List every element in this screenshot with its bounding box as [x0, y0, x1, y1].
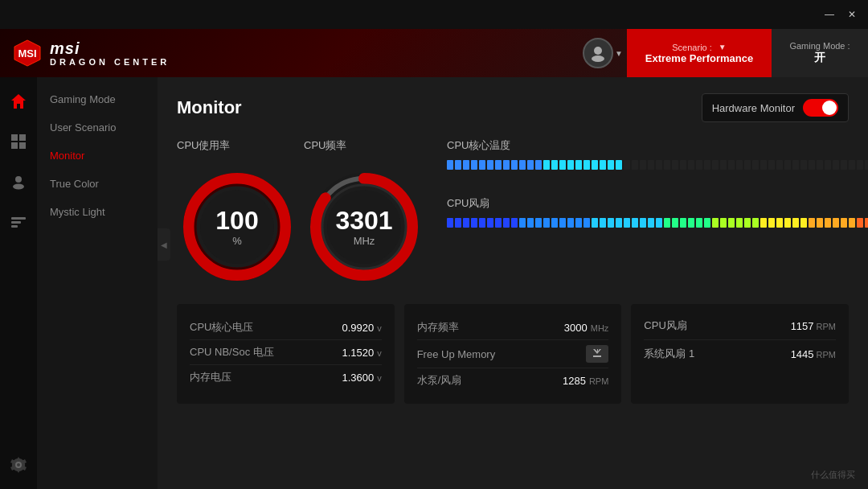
free-memory-label: Free Up Memory	[417, 348, 496, 360]
toggle-knob	[822, 101, 837, 115]
cpu-fan-label: CPU风扇	[447, 196, 868, 211]
sidebar-icon-grid[interactable]	[2, 125, 35, 158]
logo: MSI msi DRAGON CENTER	[0, 39, 170, 68]
sidebar-item-user-scenario[interactable]: User Scenario	[37, 113, 158, 142]
svg-rect-12	[11, 225, 18, 228]
svg-rect-7	[19, 142, 26, 149]
cpu-fan-rpm-label: CPU风扇	[644, 318, 686, 333]
toggle-switch[interactable]	[803, 99, 838, 117]
sidebar-icon-settings[interactable]	[2, 449, 35, 481]
watermark: 什么值得买	[811, 469, 855, 481]
svg-rect-11	[11, 221, 21, 224]
cpu-fan-wrap: CPU风扇 100%	[447, 196, 868, 228]
memory-voltage-value: 1.3600v	[342, 372, 381, 384]
svg-point-2	[594, 47, 602, 55]
memory-freq-item: 内存频率 3000MHz	[417, 315, 609, 340]
sidebar-item-mystic-light[interactable]: Mystic Light	[37, 198, 158, 226]
cpu-core-voltage-label: CPU核心电压	[190, 320, 253, 335]
svg-text:MSI: MSI	[18, 47, 36, 60]
cpu-temp-fan-section: CPU核心温度 36°c CPU风扇 100%	[431, 138, 868, 291]
cpu-freq-section: CPU频率 3301 MHz	[304, 138, 424, 291]
cpu-freq-unit: MHz	[335, 235, 392, 247]
cpu-usage-unit: %	[215, 235, 258, 247]
memory-freq-label: 内存频率	[417, 320, 459, 335]
svg-point-9	[13, 184, 24, 190]
sidebar-item-gaming-mode[interactable]: Gaming Mode	[37, 85, 158, 113]
sys-fan-rpm-item: 系统风扇 1 1445RPM	[644, 340, 836, 368]
scenario-value: Extreme Performance	[645, 52, 753, 64]
sidebar-icon-bar	[0, 77, 37, 489]
sys-fan-rpm-label: 系统风扇 1	[644, 347, 694, 361]
msi-logo-icon: MSI	[13, 39, 42, 68]
sidebar-expand-handle[interactable]: ◀	[158, 228, 170, 261]
sidebar-item-monitor[interactable]: Monitor	[37, 142, 158, 170]
svg-rect-10	[11, 217, 26, 220]
svg-point-8	[15, 176, 22, 183]
memory-voltage-label: 内存电压	[190, 370, 231, 384]
scenario-selector[interactable]: Scenario : ▼ Extreme Performance	[627, 29, 772, 77]
sidebar-item-true-color[interactable]: True Color	[37, 170, 158, 198]
info-cards-row: CPU核心电压 0.9920v CPU NB/Soc 电压 1.1520v 内存…	[177, 304, 849, 404]
scenario-dropdown-icon: ▼	[719, 43, 727, 51]
user-profile-button[interactable]: ▼	[579, 29, 627, 77]
profile-dropdown-arrow: ▼	[615, 49, 623, 58]
cpu-core-voltage-item: CPU核心电压 0.9920v	[190, 315, 382, 340]
svg-rect-5	[19, 134, 26, 141]
gaming-mode-value: 开	[814, 51, 825, 65]
avatar	[583, 38, 613, 68]
cpu-usage-value: 100	[215, 208, 258, 233]
free-memory-button[interactable]	[586, 345, 608, 363]
close-button[interactable]: ✕	[842, 5, 862, 24]
pump-fan-item: 水泵/风扇 1285RPM	[417, 368, 609, 392]
memory-voltage-item: 内存电压 1.3600v	[190, 365, 382, 389]
cpu-usage-value-center: 100 %	[215, 208, 258, 247]
app-header: MSI msi DRAGON CENTER ▼ Scenario : ▼ Ext…	[0, 29, 868, 77]
svg-point-3	[592, 55, 604, 62]
cpu-nb-soc-voltage-item: CPU NB/Soc 电压 1.1520v	[190, 340, 382, 365]
pump-fan-label: 水泵/风扇	[417, 373, 462, 388]
minimize-button[interactable]: —	[820, 5, 839, 24]
sidebar-icon-home[interactable]	[2, 85, 35, 117]
svg-rect-6	[11, 142, 18, 149]
cpu-temp-bar-row: 36°c	[447, 159, 868, 171]
page-header: Monitor Hardware Monitor	[177, 93, 849, 122]
cpu-freq-value-center: 3301 MHz	[335, 208, 392, 247]
sidebar-icon-tools[interactable]	[2, 206, 35, 238]
gaming-mode-indicator: Gaming Mode : 开	[772, 29, 868, 77]
cpu-freq-circular-gauge: 3301 MHz	[304, 166, 424, 287]
sys-fan-rpm-value: 1445RPM	[791, 348, 836, 360]
watermark-text: 什么值得买	[811, 469, 855, 481]
scenario-label: Scenario :	[672, 43, 712, 52]
free-memory-item: Free Up Memory	[417, 340, 609, 368]
cpu-temp-label: CPU核心温度	[447, 138, 868, 153]
title-bar: — ✕	[0, 0, 868, 29]
cpu-usage-label: CPU使用率	[177, 138, 297, 153]
cpu-temp-bar	[447, 160, 868, 170]
sidebar-nav: Gaming Mode User Scenario Monitor True C…	[37, 77, 158, 489]
cpu-usage-gauge: 100 %	[177, 162, 297, 291]
cpu-fan-rpm-value: 1157RPM	[791, 320, 836, 332]
main-content: Monitor Hardware Monitor CPU使用率	[158, 77, 868, 489]
fan-card: CPU风扇 1157RPM 系统风扇 1 1445RPM	[631, 304, 849, 404]
cpu-usage-section: CPU使用率 100 %	[177, 138, 297, 291]
hardware-monitor-label: Hardware Monitor	[712, 102, 795, 114]
cpu-fan-rpm-item: CPU风扇 1157RPM	[644, 312, 836, 340]
voltage-card: CPU核心电压 0.9920v CPU NB/Soc 电压 1.1520v 内存…	[177, 304, 395, 404]
brand-msi: msi	[50, 39, 170, 57]
cpu-core-voltage-value: 0.9920v	[342, 322, 381, 334]
page-title: Monitor	[177, 97, 242, 118]
brand-subtitle: DRAGON CENTER	[50, 57, 170, 67]
cpu-fan-bar-row: 100%	[447, 217, 868, 228]
header-right: ▼ Scenario : ▼ Extreme Performance Gamin…	[579, 29, 868, 77]
cpu-freq-gauge: 3301 MHz	[304, 162, 424, 291]
cpu-freq-value: 3301	[335, 208, 392, 233]
cpu-nb-soc-label: CPU NB/Soc 电压	[190, 345, 274, 360]
sidebar-icon-user[interactable]	[2, 166, 35, 198]
gauges-row: CPU使用率 100 %	[177, 138, 849, 291]
cpu-nb-soc-value: 1.1520v	[342, 347, 381, 359]
memory-card: 内存频率 3000MHz Free Up Memory 水泵/风扇 1285RP…	[404, 304, 622, 404]
cpu-fan-bar	[447, 218, 868, 228]
hardware-monitor-toggle[interactable]: Hardware Monitor	[702, 93, 849, 122]
pump-fan-value: 1285RPM	[563, 375, 608, 387]
cpu-freq-label: CPU频率	[304, 138, 424, 153]
